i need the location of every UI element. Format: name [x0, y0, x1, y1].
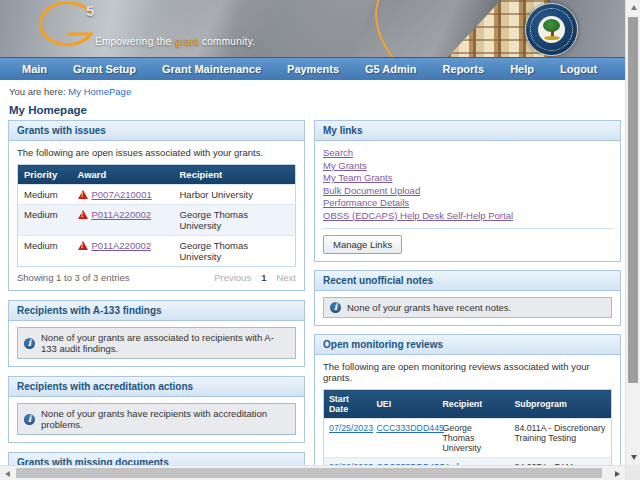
panel-a133-findings: Recipients with A-133 findings None of y… [8, 300, 305, 367]
nav-item-help[interactable]: Help [510, 63, 534, 75]
panel-accreditation-body: None of your grants have recipients with… [9, 397, 304, 442]
info-icon [330, 302, 341, 313]
uei-cell: CCC333DDD445 [372, 419, 438, 458]
award-cell: P011A220002 [72, 236, 174, 267]
breadcrumb-current-link[interactable]: My HomePage [68, 86, 131, 97]
panel-monitoring-reviews: Open monitoring reviews The following ar… [314, 334, 621, 465]
accreditation-message: None of your grants have recipients with… [41, 408, 289, 430]
column-header-start-date: Start Date [324, 390, 372, 419]
list-item: Search [323, 147, 612, 160]
left-column: Grants with issues The following are ope… [8, 120, 305, 465]
info-icon [24, 414, 35, 425]
g5-homepage: 5 Empowering the grant community. Main G… [0, 0, 625, 465]
recipient-cell: Harbor University [174, 185, 296, 205]
uei-link[interactable]: CCC333DDD445 [377, 423, 444, 433]
recent-notes-message: None of your grants have recent notes. [347, 302, 511, 313]
panel-my-links-title: My links [315, 121, 620, 141]
scroll-down-button[interactable] [626, 450, 640, 465]
table-header-row: Priority Award Recipient [18, 165, 296, 185]
table-header-row: Start Date UEI Recipient Subprogram [324, 390, 612, 419]
award-link[interactable]: P007A210001 [92, 189, 152, 200]
link-bulk-document-upload[interactable]: Bulk Document Upload [323, 185, 420, 196]
horizontal-scrollbar-thumb[interactable] [16, 468, 602, 478]
arrow-left-icon [5, 471, 10, 477]
nav-item-grant-maintenance[interactable]: Grant Maintenance [162, 63, 261, 75]
panel-accreditation-title: Recipients with accreditation actions [9, 377, 304, 397]
table-row: Medium P007A210001 Harbor University [18, 185, 296, 205]
tagline-suffix: community. [199, 36, 255, 47]
link-performance-details[interactable]: Performance Details [323, 197, 409, 208]
scroll-right-button[interactable] [610, 466, 625, 480]
nav-item-g5-admin[interactable]: G5 Admin [365, 63, 417, 75]
list-item: My Team Grants [323, 172, 612, 185]
next-page-button[interactable]: Next [276, 272, 296, 283]
list-item: OBSS (EDCAPS) Help Desk Self-Help Portal [323, 210, 612, 223]
horizontal-scrollbar[interactable] [0, 465, 625, 480]
tagline-highlight: grant [175, 36, 199, 47]
previous-page-button[interactable]: Previous [214, 272, 251, 283]
panel-a133-body: None of your grants are associated to re… [9, 321, 304, 366]
nav-item-main[interactable]: Main [22, 63, 47, 75]
panel-my-links-body: Search My Grants My Team Grants Bulk Doc… [315, 141, 620, 261]
recipient-cell: George Thomas University [174, 236, 296, 267]
panel-grants-with-issues-body: The following are open issues associated… [9, 141, 304, 290]
start-date-link[interactable]: 07/25/2023 [329, 423, 373, 433]
link-my-team-grants[interactable]: My Team Grants [323, 172, 393, 183]
panel-monitoring-reviews-body: The following are open monitoring review… [315, 355, 620, 465]
panel-missing-documents-title: Grants with missing documents [9, 453, 304, 465]
warning-icon [78, 190, 88, 199]
nav-item-grant-setup[interactable]: Grant Setup [73, 63, 136, 75]
scroll-left-button[interactable] [0, 466, 15, 480]
link-my-grants[interactable]: My Grants [323, 160, 367, 171]
subprogram-cell: 84.011A - Discretionary Training Testing [510, 419, 612, 458]
column-header-recipient: Recipient [174, 165, 296, 185]
a133-info-box: None of your grants are associated to re… [17, 327, 296, 359]
priority-cell: Medium [18, 185, 72, 205]
award-link[interactable]: P011A220002 [92, 240, 152, 251]
award-cell: P011A220002 [72, 205, 174, 236]
monitoring-reviews-table: Start Date UEI Recipient Subprogram 07/2… [323, 389, 612, 465]
recipient-cell: George Thomas University [438, 419, 510, 458]
current-page-number[interactable]: 1 [261, 272, 266, 283]
arrow-right-icon [615, 471, 620, 477]
grants-issues-table: Priority Award Recipient Medium P007A210… [17, 164, 296, 267]
panel-monitoring-reviews-title: Open monitoring reviews [315, 335, 620, 355]
award-link[interactable]: P011A220002 [92, 209, 152, 220]
panel-recent-notes-title: Recent unofficial notes [315, 271, 620, 291]
uei-cell: CCC333DDD456 [372, 458, 438, 466]
table-row: Medium P011A220002 George Thomas Univers… [18, 205, 296, 236]
panel-recent-notes-body: None of your grants have recent notes. [315, 291, 620, 325]
seal-center [538, 16, 565, 43]
table-row: Medium P011A220002 George Thomas Univers… [18, 236, 296, 267]
scroll-up-button[interactable] [626, 0, 640, 15]
link-obss-help-desk[interactable]: OBSS (EDCAPS) Help Desk Self-Help Portal [323, 210, 513, 221]
column-header-priority: Priority [18, 165, 72, 185]
warning-icon [78, 241, 88, 250]
start-date-cell: 07/25/2023 [324, 419, 372, 458]
panel-grants-with-issues-title: Grants with issues [9, 121, 304, 141]
a133-message: None of your grants are associated to re… [41, 332, 289, 354]
showing-entries-label: Showing 1 to 3 of 3 entries [17, 272, 130, 283]
manage-links-button[interactable]: Manage Links [323, 235, 402, 254]
panel-missing-documents: Grants with missing documents None of yo… [8, 452, 305, 465]
banner: 5 Empowering the grant community. [0, 0, 625, 57]
logo-five: 5 [86, 2, 94, 19]
vertical-scrollbar[interactable] [625, 0, 640, 465]
divider [323, 228, 612, 229]
info-icon [24, 338, 35, 349]
nav-item-logout[interactable]: Logout [560, 63, 597, 75]
nav-item-reports[interactable]: Reports [443, 63, 485, 75]
nav-item-payments[interactable]: Payments [287, 63, 339, 75]
accreditation-info-box: None of your grants have recipients with… [17, 403, 296, 435]
page-title: My Homepage [0, 101, 625, 120]
warning-icon [78, 210, 88, 219]
browser-viewport: 5 Empowering the grant community. Main G… [0, 0, 640, 480]
panel-my-links: My links Search My Grants My Team Grants… [314, 120, 621, 262]
subprogram-cell: 84.007A - PAM Training Program [510, 458, 612, 466]
recent-notes-info-box: None of your grants have recent notes. [323, 297, 612, 318]
priority-cell: Medium [18, 236, 72, 267]
link-search[interactable]: Search [323, 147, 353, 158]
vertical-scrollbar-thumb[interactable] [628, 17, 638, 383]
priority-cell: Medium [18, 205, 72, 236]
grants-issues-table-footer: Showing 1 to 3 of 3 entries Previous 1 N… [17, 272, 296, 283]
